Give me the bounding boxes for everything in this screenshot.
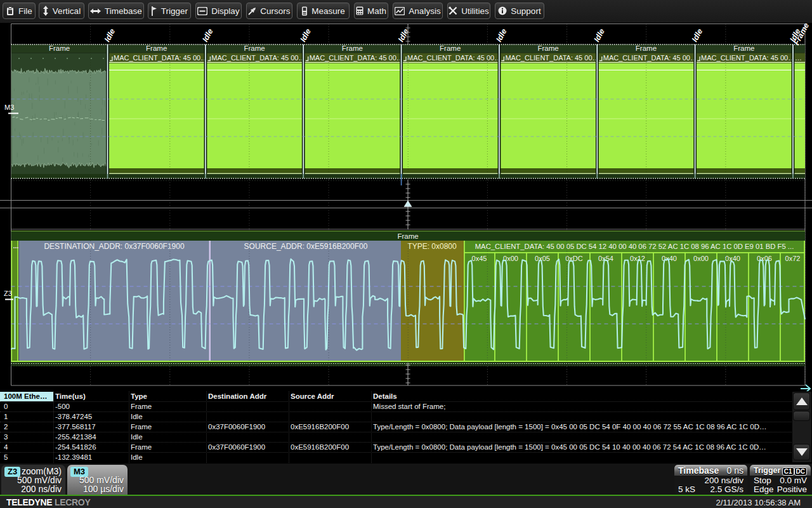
svg-text:0xDC: 0xDC [565, 255, 583, 262]
svg-text:Frame: Frame [49, 44, 70, 52]
svg-text:Frame: Frame [636, 44, 657, 52]
svg-text:MAC_CLIENT_DATA: 45 00…: MAC_CLIENT_DATA: 45 00… [505, 54, 599, 62]
svg-text:Idle: Idle [592, 27, 606, 44]
svg-text:MAC_CLIENT_DATA: 45 00…: MAC_CLIENT_DATA: 45 00… [211, 54, 305, 62]
svg-text:Idle: Idle [200, 27, 214, 44]
svg-text:…: … [795, 54, 802, 62]
svg-text:0x06: 0x06 [757, 255, 772, 262]
svg-text:Idle: Idle [494, 27, 508, 44]
svg-text:0x72: 0x72 [785, 255, 801, 262]
svg-text:0x00: 0x00 [693, 255, 709, 262]
svg-text:Frame: Frame [397, 232, 418, 240]
svg-text:TYPE: 0x0800: TYPE: 0x0800 [407, 242, 457, 251]
svg-text:MAC_CLIENT_DATA: 45 00…: MAC_CLIENT_DATA: 45 00… [603, 54, 697, 62]
svg-text:Idle: Idle [298, 27, 312, 44]
svg-text:Idle: Idle [103, 27, 117, 44]
svg-text:MAC_CLIENT_DATA: 45 00…: MAC_CLIENT_DATA: 45 00… [114, 54, 207, 62]
svg-text:Frame: Frame [244, 44, 265, 52]
svg-text:SOURCE_ADDR: 0xE5916B200F00: SOURCE_ADDR: 0xE5916B200F00 [244, 242, 368, 251]
svg-text:0x05: 0x05 [535, 255, 550, 262]
svg-text:Frame: Frame [537, 44, 558, 52]
svg-text:Z3: Z3 [4, 290, 12, 297]
svg-text:0x45: 0x45 [472, 255, 487, 262]
svg-text:M3: M3 [4, 104, 14, 111]
svg-text:Frame: Frame [733, 44, 754, 52]
svg-text:Frame: Frame [342, 44, 363, 52]
svg-text:Frame: Frame [146, 44, 167, 52]
svg-text:MAC_CLIENT_DATA: 45 00…: MAC_CLIENT_DATA: 45 00… [701, 54, 795, 62]
svg-text:0x40: 0x40 [725, 255, 740, 262]
svg-text:MAC_CLIENT_DATA: 45 00 05 DC 5: MAC_CLIENT_DATA: 45 00 05 DC 54 12 40 00… [475, 243, 794, 250]
svg-text:...: ... [13, 242, 19, 250]
svg-text:Idle: Idle [690, 27, 704, 44]
svg-text:DESTINATION_ADDR: 0x37F0060F19: DESTINATION_ADDR: 0x37F0060F1900 [44, 242, 185, 251]
svg-text:Frame: Frame [440, 44, 461, 52]
svg-text:MAC_CLIENT_DATA: 45 00…: MAC_CLIENT_DATA: 45 00… [310, 54, 403, 62]
